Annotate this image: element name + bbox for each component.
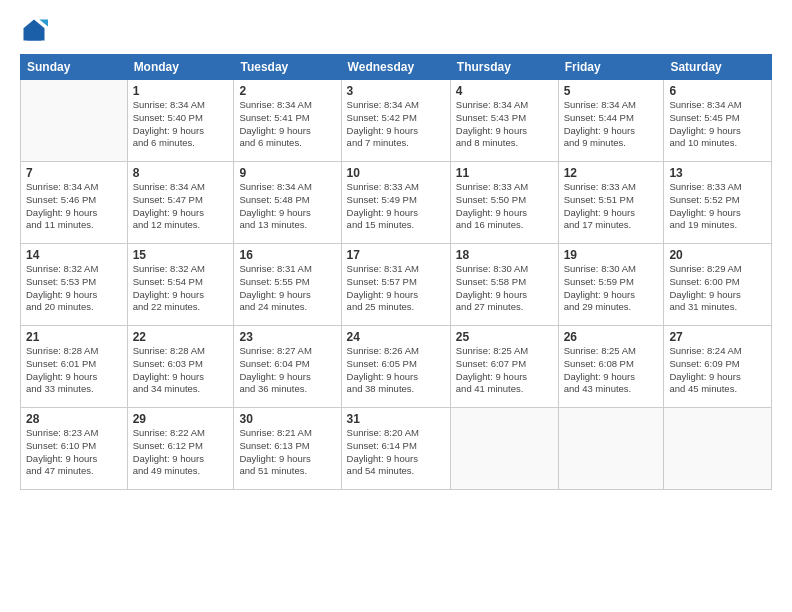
calendar-cell: 29Sunrise: 8:22 AM Sunset: 6:12 PM Dayli… [127,408,234,490]
svg-rect-2 [27,30,41,41]
cell-daylight-info: Sunrise: 8:31 AM Sunset: 5:57 PM Dayligh… [347,263,445,314]
calendar-cell: 4Sunrise: 8:34 AM Sunset: 5:43 PM Daylig… [450,80,558,162]
weekday-header-cell: Tuesday [234,55,341,80]
calendar-week-row: 28Sunrise: 8:23 AM Sunset: 6:10 PM Dayli… [21,408,772,490]
cell-day-number: 12 [564,166,659,180]
cell-day-number: 3 [347,84,445,98]
cell-daylight-info: Sunrise: 8:23 AM Sunset: 6:10 PM Dayligh… [26,427,122,478]
cell-day-number: 31 [347,412,445,426]
calendar-body: 1Sunrise: 8:34 AM Sunset: 5:40 PM Daylig… [21,80,772,490]
cell-day-number: 8 [133,166,229,180]
cell-daylight-info: Sunrise: 8:20 AM Sunset: 6:14 PM Dayligh… [347,427,445,478]
weekday-header-cell: Wednesday [341,55,450,80]
cell-day-number: 19 [564,248,659,262]
weekday-header-cell: Saturday [664,55,772,80]
cell-day-number: 25 [456,330,553,344]
logo-icon [20,16,48,44]
cell-daylight-info: Sunrise: 8:25 AM Sunset: 6:07 PM Dayligh… [456,345,553,396]
calendar-cell: 19Sunrise: 8:30 AM Sunset: 5:59 PM Dayli… [558,244,664,326]
calendar-week-row: 7Sunrise: 8:34 AM Sunset: 5:46 PM Daylig… [21,162,772,244]
calendar-cell: 5Sunrise: 8:34 AM Sunset: 5:44 PM Daylig… [558,80,664,162]
cell-daylight-info: Sunrise: 8:25 AM Sunset: 6:08 PM Dayligh… [564,345,659,396]
calendar-cell: 24Sunrise: 8:26 AM Sunset: 6:05 PM Dayli… [341,326,450,408]
cell-day-number: 24 [347,330,445,344]
cell-day-number: 27 [669,330,766,344]
cell-daylight-info: Sunrise: 8:30 AM Sunset: 5:58 PM Dayligh… [456,263,553,314]
cell-day-number: 16 [239,248,335,262]
weekday-header-cell: Friday [558,55,664,80]
cell-daylight-info: Sunrise: 8:34 AM Sunset: 5:48 PM Dayligh… [239,181,335,232]
logo [20,16,52,44]
cell-day-number: 26 [564,330,659,344]
cell-day-number: 9 [239,166,335,180]
calendar-cell: 27Sunrise: 8:24 AM Sunset: 6:09 PM Dayli… [664,326,772,408]
calendar-cell: 13Sunrise: 8:33 AM Sunset: 5:52 PM Dayli… [664,162,772,244]
calendar-cell: 18Sunrise: 8:30 AM Sunset: 5:58 PM Dayli… [450,244,558,326]
cell-day-number: 21 [26,330,122,344]
cell-day-number: 18 [456,248,553,262]
calendar-cell: 9Sunrise: 8:34 AM Sunset: 5:48 PM Daylig… [234,162,341,244]
cell-day-number: 29 [133,412,229,426]
cell-daylight-info: Sunrise: 8:30 AM Sunset: 5:59 PM Dayligh… [564,263,659,314]
cell-day-number: 20 [669,248,766,262]
calendar-week-row: 1Sunrise: 8:34 AM Sunset: 5:40 PM Daylig… [21,80,772,162]
cell-daylight-info: Sunrise: 8:33 AM Sunset: 5:52 PM Dayligh… [669,181,766,232]
calendar-cell: 20Sunrise: 8:29 AM Sunset: 6:00 PM Dayli… [664,244,772,326]
calendar-cell: 3Sunrise: 8:34 AM Sunset: 5:42 PM Daylig… [341,80,450,162]
weekday-header-cell: Sunday [21,55,128,80]
cell-daylight-info: Sunrise: 8:22 AM Sunset: 6:12 PM Dayligh… [133,427,229,478]
calendar-cell: 17Sunrise: 8:31 AM Sunset: 5:57 PM Dayli… [341,244,450,326]
cell-day-number: 13 [669,166,766,180]
cell-day-number: 4 [456,84,553,98]
cell-daylight-info: Sunrise: 8:33 AM Sunset: 5:49 PM Dayligh… [347,181,445,232]
cell-daylight-info: Sunrise: 8:34 AM Sunset: 5:40 PM Dayligh… [133,99,229,150]
cell-daylight-info: Sunrise: 8:34 AM Sunset: 5:43 PM Dayligh… [456,99,553,150]
cell-daylight-info: Sunrise: 8:31 AM Sunset: 5:55 PM Dayligh… [239,263,335,314]
calendar-cell: 26Sunrise: 8:25 AM Sunset: 6:08 PM Dayli… [558,326,664,408]
calendar-cell: 16Sunrise: 8:31 AM Sunset: 5:55 PM Dayli… [234,244,341,326]
cell-day-number: 5 [564,84,659,98]
calendar-cell: 25Sunrise: 8:25 AM Sunset: 6:07 PM Dayli… [450,326,558,408]
calendar-cell: 14Sunrise: 8:32 AM Sunset: 5:53 PM Dayli… [21,244,128,326]
cell-daylight-info: Sunrise: 8:34 AM Sunset: 5:41 PM Dayligh… [239,99,335,150]
cell-day-number: 7 [26,166,122,180]
cell-day-number: 2 [239,84,335,98]
cell-daylight-info: Sunrise: 8:34 AM Sunset: 5:42 PM Dayligh… [347,99,445,150]
cell-daylight-info: Sunrise: 8:24 AM Sunset: 6:09 PM Dayligh… [669,345,766,396]
cell-day-number: 1 [133,84,229,98]
cell-daylight-info: Sunrise: 8:33 AM Sunset: 5:50 PM Dayligh… [456,181,553,232]
calendar-cell [558,408,664,490]
cell-day-number: 15 [133,248,229,262]
calendar-week-row: 21Sunrise: 8:28 AM Sunset: 6:01 PM Dayli… [21,326,772,408]
calendar-cell: 10Sunrise: 8:33 AM Sunset: 5:49 PM Dayli… [341,162,450,244]
calendar-cell: 21Sunrise: 8:28 AM Sunset: 6:01 PM Dayli… [21,326,128,408]
calendar-cell [21,80,128,162]
cell-daylight-info: Sunrise: 8:32 AM Sunset: 5:53 PM Dayligh… [26,263,122,314]
cell-daylight-info: Sunrise: 8:27 AM Sunset: 6:04 PM Dayligh… [239,345,335,396]
cell-daylight-info: Sunrise: 8:34 AM Sunset: 5:44 PM Dayligh… [564,99,659,150]
calendar-week-row: 14Sunrise: 8:32 AM Sunset: 5:53 PM Dayli… [21,244,772,326]
calendar-cell: 12Sunrise: 8:33 AM Sunset: 5:51 PM Dayli… [558,162,664,244]
cell-day-number: 23 [239,330,335,344]
cell-daylight-info: Sunrise: 8:33 AM Sunset: 5:51 PM Dayligh… [564,181,659,232]
cell-daylight-info: Sunrise: 8:32 AM Sunset: 5:54 PM Dayligh… [133,263,229,314]
cell-day-number: 28 [26,412,122,426]
cell-daylight-info: Sunrise: 8:34 AM Sunset: 5:45 PM Dayligh… [669,99,766,150]
calendar-table: SundayMondayTuesdayWednesdayThursdayFrid… [20,54,772,490]
cell-day-number: 30 [239,412,335,426]
cell-day-number: 14 [26,248,122,262]
calendar-cell: 1Sunrise: 8:34 AM Sunset: 5:40 PM Daylig… [127,80,234,162]
calendar-cell: 7Sunrise: 8:34 AM Sunset: 5:46 PM Daylig… [21,162,128,244]
cell-daylight-info: Sunrise: 8:28 AM Sunset: 6:01 PM Dayligh… [26,345,122,396]
cell-day-number: 17 [347,248,445,262]
header [20,16,772,44]
calendar-cell [664,408,772,490]
cell-daylight-info: Sunrise: 8:21 AM Sunset: 6:13 PM Dayligh… [239,427,335,478]
calendar-cell: 31Sunrise: 8:20 AM Sunset: 6:14 PM Dayli… [341,408,450,490]
calendar-cell: 15Sunrise: 8:32 AM Sunset: 5:54 PM Dayli… [127,244,234,326]
page-container: SundayMondayTuesdayWednesdayThursdayFrid… [0,0,792,500]
cell-daylight-info: Sunrise: 8:28 AM Sunset: 6:03 PM Dayligh… [133,345,229,396]
cell-day-number: 6 [669,84,766,98]
calendar-cell: 11Sunrise: 8:33 AM Sunset: 5:50 PM Dayli… [450,162,558,244]
calendar-cell: 30Sunrise: 8:21 AM Sunset: 6:13 PM Dayli… [234,408,341,490]
